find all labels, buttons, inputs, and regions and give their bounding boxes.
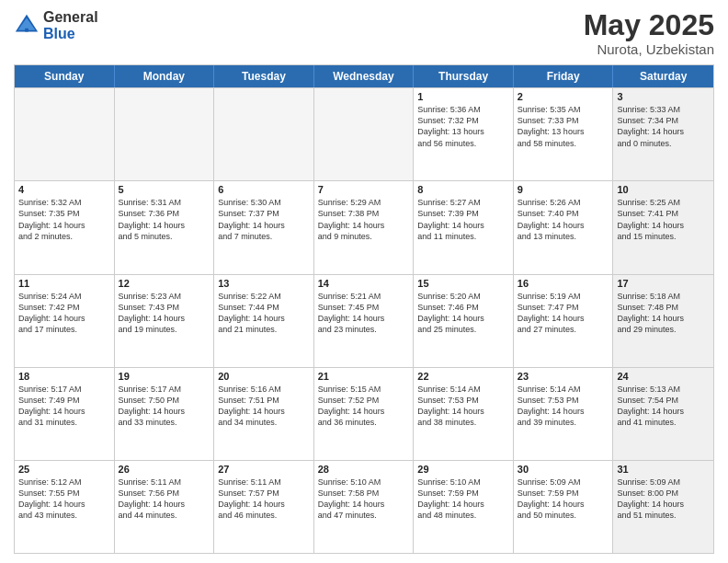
day-cell-18: 18Sunrise: 5:17 AM Sunset: 7:49 PM Dayli…: [15, 368, 115, 460]
day-number: 26: [119, 464, 210, 475]
day-cell-25: 25Sunrise: 5:12 AM Sunset: 7:55 PM Dayli…: [15, 461, 115, 553]
cell-info: Sunrise: 5:33 AM Sunset: 7:34 PM Dayligh…: [617, 104, 710, 149]
day-number: 9: [518, 184, 609, 195]
cell-info: Sunrise: 5:16 AM Sunset: 7:51 PM Dayligh…: [218, 384, 310, 429]
day-number: 1: [417, 91, 509, 102]
day-number: 31: [617, 464, 710, 475]
day-cell-7: 7Sunrise: 5:29 AM Sunset: 7:38 PM Daylig…: [314, 181, 415, 273]
cell-info: Sunrise: 5:09 AM Sunset: 7:59 PM Dayligh…: [518, 477, 609, 522]
cell-info: Sunrise: 5:30 AM Sunset: 7:37 PM Dayligh…: [218, 197, 310, 242]
cell-info: Sunrise: 5:36 AM Sunset: 7:32 PM Dayligh…: [417, 104, 509, 149]
day-number: 11: [18, 278, 110, 289]
day-cell-29: 29Sunrise: 5:10 AM Sunset: 7:59 PM Dayli…: [414, 461, 514, 553]
day-cell-13: 13Sunrise: 5:22 AM Sunset: 7:44 PM Dayli…: [214, 275, 314, 367]
cell-info: Sunrise: 5:18 AM Sunset: 7:48 PM Dayligh…: [617, 291, 710, 336]
day-number: 16: [518, 278, 609, 289]
cell-info: Sunrise: 5:20 AM Sunset: 7:46 PM Dayligh…: [417, 291, 509, 336]
day-number: 10: [617, 184, 710, 195]
header: General Blue May 2025 Nurota, Uzbekistan: [14, 9, 714, 57]
cell-info: Sunrise: 5:17 AM Sunset: 7:50 PM Dayligh…: [119, 384, 210, 429]
cell-info: Sunrise: 5:09 AM Sunset: 8:00 PM Dayligh…: [617, 477, 710, 522]
header-day-wednesday: Wednesday: [314, 65, 415, 87]
cell-info: Sunrise: 5:22 AM Sunset: 7:44 PM Dayligh…: [218, 291, 310, 336]
logo-blue: Blue: [43, 26, 98, 42]
page: General Blue May 2025 Nurota, Uzbekistan…: [0, 0, 728, 563]
header-day-friday: Friday: [514, 65, 614, 87]
day-number: 2: [518, 91, 609, 102]
calendar: SundayMondayTuesdayWednesdayThursdayFrid…: [14, 64, 714, 554]
day-cell-15: 15Sunrise: 5:20 AM Sunset: 7:46 PM Dayli…: [414, 275, 514, 367]
empty-cell: [15, 88, 115, 180]
title-location: Nurota, Uzbekistan: [584, 41, 714, 57]
day-number: 14: [318, 278, 410, 289]
day-cell-10: 10Sunrise: 5:25 AM Sunset: 7:41 PM Dayli…: [613, 181, 713, 273]
day-cell-27: 27Sunrise: 5:11 AM Sunset: 7:57 PM Dayli…: [214, 461, 314, 553]
day-cell-31: 31Sunrise: 5:09 AM Sunset: 8:00 PM Dayli…: [613, 461, 713, 553]
day-number: 30: [518, 464, 609, 475]
calendar-row-1: 4Sunrise: 5:32 AM Sunset: 7:35 PM Daylig…: [15, 180, 713, 273]
header-day-tuesday: Tuesday: [214, 65, 314, 87]
cell-info: Sunrise: 5:11 AM Sunset: 7:57 PM Dayligh…: [218, 477, 310, 522]
day-number: 7: [318, 184, 410, 195]
cell-info: Sunrise: 5:35 AM Sunset: 7:33 PM Dayligh…: [518, 104, 609, 149]
calendar-row-0: 1Sunrise: 5:36 AM Sunset: 7:32 PM Daylig…: [15, 87, 713, 180]
cell-info: Sunrise: 5:29 AM Sunset: 7:38 PM Dayligh…: [318, 197, 410, 242]
cell-info: Sunrise: 5:31 AM Sunset: 7:36 PM Dayligh…: [119, 197, 210, 242]
day-number: 22: [417, 371, 509, 382]
day-number: 3: [617, 91, 710, 102]
day-number: 15: [417, 278, 509, 289]
cell-info: Sunrise: 5:14 AM Sunset: 7:53 PM Dayligh…: [417, 384, 509, 429]
empty-cell: [214, 88, 314, 180]
cell-info: Sunrise: 5:23 AM Sunset: 7:43 PM Dayligh…: [119, 291, 210, 336]
day-cell-3: 3Sunrise: 5:33 AM Sunset: 7:34 PM Daylig…: [613, 88, 713, 180]
day-cell-26: 26Sunrise: 5:11 AM Sunset: 7:56 PM Dayli…: [115, 461, 215, 553]
day-cell-30: 30Sunrise: 5:09 AM Sunset: 7:59 PM Dayli…: [514, 461, 614, 553]
day-number: 19: [119, 371, 210, 382]
day-cell-8: 8Sunrise: 5:27 AM Sunset: 7:39 PM Daylig…: [414, 181, 514, 273]
cell-info: Sunrise: 5:12 AM Sunset: 7:55 PM Dayligh…: [18, 477, 110, 522]
day-number: 25: [18, 464, 110, 475]
cell-info: Sunrise: 5:10 AM Sunset: 7:58 PM Dayligh…: [318, 477, 410, 522]
day-cell-2: 2Sunrise: 5:35 AM Sunset: 7:33 PM Daylig…: [514, 88, 614, 180]
header-day-thursday: Thursday: [414, 65, 514, 87]
day-number: 12: [119, 278, 210, 289]
empty-cell: [314, 88, 415, 180]
day-cell-20: 20Sunrise: 5:16 AM Sunset: 7:51 PM Dayli…: [214, 368, 314, 460]
day-cell-11: 11Sunrise: 5:24 AM Sunset: 7:42 PM Dayli…: [15, 275, 115, 367]
calendar-header: SundayMondayTuesdayWednesdayThursdayFrid…: [15, 65, 713, 87]
logo-icon: [14, 13, 40, 39]
day-cell-23: 23Sunrise: 5:14 AM Sunset: 7:53 PM Dayli…: [514, 368, 614, 460]
cell-info: Sunrise: 5:17 AM Sunset: 7:49 PM Dayligh…: [18, 384, 110, 429]
header-day-saturday: Saturday: [613, 65, 713, 87]
day-cell-22: 22Sunrise: 5:14 AM Sunset: 7:53 PM Dayli…: [414, 368, 514, 460]
title-block: May 2025 Nurota, Uzbekistan: [584, 9, 714, 57]
cell-info: Sunrise: 5:11 AM Sunset: 7:56 PM Dayligh…: [119, 477, 210, 522]
cell-info: Sunrise: 5:27 AM Sunset: 7:39 PM Dayligh…: [417, 197, 509, 242]
day-cell-16: 16Sunrise: 5:19 AM Sunset: 7:47 PM Dayli…: [514, 275, 614, 367]
cell-info: Sunrise: 5:10 AM Sunset: 7:59 PM Dayligh…: [417, 477, 509, 522]
day-cell-12: 12Sunrise: 5:23 AM Sunset: 7:43 PM Dayli…: [115, 275, 215, 367]
day-number: 24: [617, 371, 710, 382]
day-number: 6: [218, 184, 310, 195]
day-cell-9: 9Sunrise: 5:26 AM Sunset: 7:40 PM Daylig…: [514, 181, 614, 273]
day-cell-17: 17Sunrise: 5:18 AM Sunset: 7:48 PM Dayli…: [613, 275, 713, 367]
calendar-body: 1Sunrise: 5:36 AM Sunset: 7:32 PM Daylig…: [15, 87, 713, 553]
calendar-row-2: 11Sunrise: 5:24 AM Sunset: 7:42 PM Dayli…: [15, 274, 713, 367]
title-month: May 2025: [584, 9, 714, 41]
day-number: 29: [417, 464, 509, 475]
calendar-row-3: 18Sunrise: 5:17 AM Sunset: 7:49 PM Dayli…: [15, 367, 713, 460]
calendar-row-4: 25Sunrise: 5:12 AM Sunset: 7:55 PM Dayli…: [15, 460, 713, 553]
logo-general: General: [43, 9, 98, 26]
cell-info: Sunrise: 5:25 AM Sunset: 7:41 PM Dayligh…: [617, 197, 710, 242]
cell-info: Sunrise: 5:15 AM Sunset: 7:52 PM Dayligh…: [318, 384, 410, 429]
day-number: 13: [218, 278, 310, 289]
day-cell-5: 5Sunrise: 5:31 AM Sunset: 7:36 PM Daylig…: [115, 181, 215, 273]
day-number: 17: [617, 278, 710, 289]
header-day-monday: Monday: [115, 65, 215, 87]
day-number: 8: [417, 184, 509, 195]
day-number: 18: [18, 371, 110, 382]
cell-info: Sunrise: 5:19 AM Sunset: 7:47 PM Dayligh…: [518, 291, 609, 336]
svg-rect-2: [25, 28, 28, 31]
day-number: 27: [218, 464, 310, 475]
logo-text: General Blue: [43, 9, 98, 41]
